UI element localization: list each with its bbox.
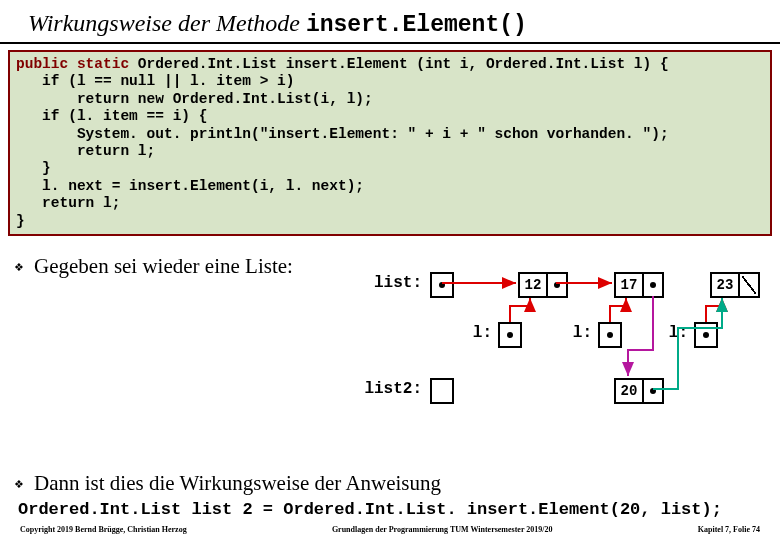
node-12: 12 — [518, 272, 568, 298]
code-line: return l; — [16, 195, 120, 211]
bullet-2-text: Dann ist dies die Wirkungsweise der Anwe… — [34, 471, 441, 496]
code-text: l) { — [625, 56, 669, 72]
l-head-1 — [498, 322, 522, 348]
bullet-1-text: Gegeben sei wieder eine Liste: — [34, 254, 293, 279]
dot-icon — [554, 282, 560, 288]
l-head-2 — [598, 322, 622, 348]
label-l-3: l: — [664, 324, 688, 342]
kw-public-static: public static — [16, 56, 138, 72]
code-line: if (l == null || l. item > i) — [16, 73, 294, 89]
node-12-value: 12 — [520, 274, 548, 296]
footer-mid: Grundlagen der Programmierung TUM Winter… — [332, 525, 553, 534]
label-l-2: l: — [568, 324, 592, 342]
code-line: System. out. println("insert.Element: " … — [16, 126, 669, 142]
diamond-icon: ❖ — [14, 478, 24, 491]
title-method: insert.Element() — [306, 12, 527, 38]
code-line: return new Ordered.Int.List(i, l); — [16, 91, 373, 107]
code-line: return l; — [16, 143, 155, 159]
code-text: insert.Element (int i, — [277, 56, 486, 72]
list-head-box — [430, 272, 454, 298]
node-17-ptr — [644, 274, 662, 296]
title-underline — [0, 42, 780, 44]
label-l-1: l: — [468, 324, 492, 342]
node-20-value: 20 — [616, 380, 644, 402]
node-20: 20 — [614, 378, 664, 404]
l-head-3 — [694, 322, 718, 348]
footer-left: Copyright 2019 Bernd Brügge, Christian H… — [20, 525, 187, 534]
bullet-2: ❖ Dann ist dies die Wirkungsweise der An… — [14, 471, 780, 496]
title-prefix: Wirkungsweise der Methode — [28, 10, 306, 36]
node-23-value: 23 — [712, 274, 740, 296]
node-23-null — [740, 274, 758, 296]
footer-right: Kapitel 7, Folie 74 — [698, 525, 760, 534]
node-23: 23 — [710, 272, 760, 298]
node-12-ptr — [548, 274, 566, 296]
code-line: if (l. item == i) { — [16, 108, 207, 124]
code-line: l. next = insert.Element(i, l. next); — [16, 178, 364, 194]
code-text: Ordered.Int.List — [486, 56, 625, 72]
dot-icon — [507, 332, 513, 338]
node-17: 17 — [614, 272, 664, 298]
node-17-value: 17 — [616, 274, 644, 296]
node-20-ptr — [644, 380, 662, 402]
dot-icon — [607, 332, 613, 338]
slide-title: Wirkungsweise der Methode insert.Element… — [0, 0, 780, 38]
code-block: public static Ordered.Int.List insert.El… — [8, 50, 772, 236]
linked-list-diagram: list: l: l: l: list2: 12 17 23 20 — [362, 268, 772, 448]
dot-icon — [703, 332, 709, 338]
code-line: } — [16, 160, 51, 176]
dot-icon — [439, 282, 445, 288]
footer: Copyright 2019 Bernd Brügge, Christian H… — [0, 525, 780, 534]
dot-icon — [650, 388, 656, 394]
label-list: list: — [362, 274, 422, 292]
label-list2: list2: — [362, 380, 422, 398]
list2-head-box — [430, 378, 454, 404]
dot-icon — [650, 282, 656, 288]
diamond-icon: ❖ — [14, 261, 24, 274]
code-line: } — [16, 213, 25, 229]
code-text: Ordered.Int.List — [138, 56, 277, 72]
invocation-code: Ordered.Int.List list 2 = Ordered.Int.Li… — [18, 500, 780, 519]
